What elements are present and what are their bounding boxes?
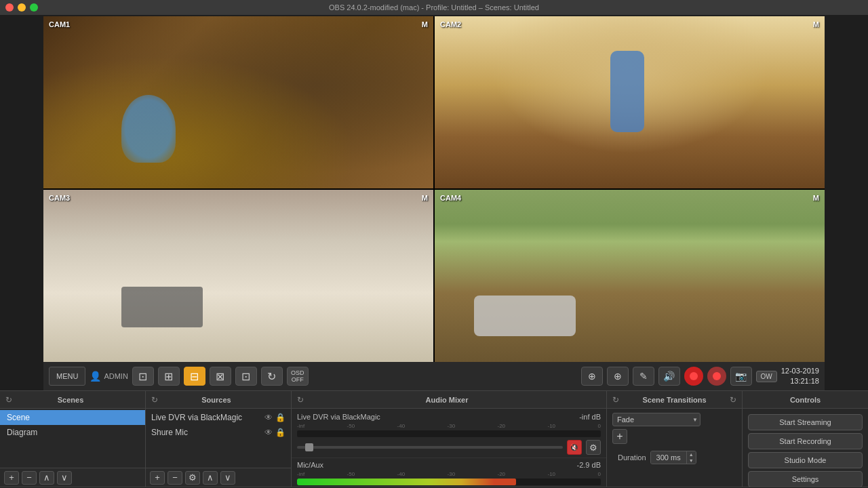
scenes-refresh-icon[interactable]: ↻ <box>5 395 12 405</box>
audio-track-mic-header: Mic/Aux -2.9 dB <box>297 461 601 469</box>
controls-panel: Controls Start Streaming Start Recording… <box>743 391 868 487</box>
duration-label: Duration <box>618 453 646 462</box>
audio-mute-dvr[interactable]: 🔇 <box>567 440 582 455</box>
source-item-mic[interactable]: Shure Mic 👁 🔒 <box>146 425 291 440</box>
source-eye-icon[interactable]: 👁 <box>264 413 273 422</box>
dvr-audio-btn[interactable]: 🔊 <box>658 367 680 386</box>
audio-track-dvr: Live DVR via BlackMagic -inf dB -inf-50-… <box>292 410 606 458</box>
cam1-cell[interactable]: CAM1 M <box>43 16 433 188</box>
audio-refresh-icon[interactable]: ↻ <box>297 395 304 405</box>
settings-button[interactable]: Settings <box>748 471 863 487</box>
scenes-list: Scene Diagram <box>0 409 145 468</box>
osd-off-btn[interactable]: OSDOFF <box>287 367 309 386</box>
scenes-panel-header: ↻ Scenes <box>0 391 145 409</box>
scenes-down-btn[interactable]: ∨ <box>57 471 72 485</box>
audio-meter-dvr <box>297 430 601 437</box>
source-dvr-label: Live DVR via BlackMagic <box>151 413 242 422</box>
start-streaming-button[interactable]: Start Streaming <box>748 414 863 430</box>
scenes-footer: + − ∧ ∨ <box>0 468 145 487</box>
audio-track-mic: Mic/Aux -2.9 dB -inf-50-40-30-20-100 🔇 ⚙ <box>292 458 606 487</box>
cam3-cell[interactable]: CAM3 M <box>43 190 433 362</box>
transitions-settings-icon[interactable]: ↻ <box>730 395 736 405</box>
duration-value: 300 ms <box>651 451 686 464</box>
source-mic-icons: 👁 🔒 <box>264 428 285 437</box>
scenes-remove-btn[interactable]: − <box>22 471 37 485</box>
duration-down-arrow[interactable]: ▼ <box>687 458 696 464</box>
transitions-panel-title: Scene Transitions <box>642 396 706 404</box>
traffic-lights <box>5 3 38 12</box>
audio-panel-title: Audio Mixer <box>426 396 469 404</box>
scenes-panel: ↻ Scenes Scene Diagram + − ∧ ∨ <box>0 391 146 487</box>
source-mic-lock-icon[interactable]: 🔒 <box>275 428 285 437</box>
source-item-dvr[interactable]: Live DVR via BlackMagic 👁 🔒 <box>146 410 291 425</box>
dvr-zoom-btn[interactable]: ⊕ <box>607 367 629 386</box>
transitions-panel-header: ↻ Scene Transitions ↻ <box>607 391 742 409</box>
cam4-m: M <box>813 194 819 202</box>
window-title: OBS 24.0.2-modified (mac) - Profile: Unt… <box>329 3 539 12</box>
duration-row: Duration 300 ms ▲ ▼ <box>612 447 736 468</box>
minimize-button[interactable] <box>18 3 26 12</box>
studio-mode-button[interactable]: Studio Mode <box>748 452 863 468</box>
cam3-label: CAM3 <box>49 194 70 202</box>
fader-track-dvr[interactable] <box>297 446 563 449</box>
maximize-button[interactable] <box>30 3 38 12</box>
audio-panel-header: ↻ Audio Mixer <box>292 391 606 409</box>
dvr-user: 👤 ADMIN <box>90 371 127 382</box>
scenes-add-btn[interactable]: + <box>4 471 19 485</box>
source-mic-eye-icon[interactable]: 👁 <box>264 428 273 437</box>
dvr-controls-right: ⊕ ⊕ ✎ 🔊 📷 OW 12-03-2019 13:21:18 <box>581 366 820 387</box>
dvr-menu-button[interactable]: MENU <box>49 367 85 386</box>
audio-mixer-panel: ↻ Audio Mixer Live DVR via BlackMagic -i… <box>292 391 607 487</box>
cam2-cell[interactable]: CAM2 M <box>435 16 825 188</box>
transition-add-btn[interactable]: + <box>612 429 627 444</box>
start-recording-button[interactable]: Start Recording <box>748 433 863 449</box>
scene-item-diagram[interactable]: Diagram <box>0 425 145 440</box>
duration-stepper[interactable]: 300 ms ▲ ▼ <box>650 451 696 464</box>
controls-panel-title: Controls <box>790 396 821 404</box>
audio-fader-dvr[interactable]: 🔇 ⚙ <box>297 440 601 455</box>
layout-2x2-btn[interactable]: ⊟ <box>184 367 205 386</box>
dvr-edit-btn[interactable]: ✎ <box>633 367 654 386</box>
layout-cycle-btn[interactable]: ↻ <box>261 367 283 386</box>
layout-3x2-btn[interactable]: ⊠ <box>210 367 231 386</box>
sources-add-btn[interactable]: + <box>150 471 165 485</box>
cam4-cell[interactable]: CAM4 M <box>435 190 825 362</box>
sources-list: Live DVR via BlackMagic 👁 🔒 Shure Mic 👁 … <box>146 409 291 468</box>
cam3-m: M <box>422 194 428 202</box>
dvr-record2-dot <box>713 372 721 380</box>
sources-panel: ↻ Sources Live DVR via BlackMagic 👁 🔒 Sh… <box>146 391 292 487</box>
sources-remove-btn[interactable]: − <box>167 471 182 485</box>
source-dvr-icons: 👁 🔒 <box>264 413 285 422</box>
transition-select[interactable]: Fade Cut Swipe Slide Stinger <box>612 413 701 426</box>
sources-up-btn[interactable]: ∧ <box>203 471 218 485</box>
close-button[interactable] <box>5 3 14 12</box>
layout-4x3-btn[interactable]: ⊡ <box>235 367 257 386</box>
scene-transitions-panel: ↻ Scene Transitions ↻ Fade Cut Swipe Sli… <box>607 391 743 487</box>
scene-item-scene[interactable]: Scene <box>0 410 145 425</box>
sources-refresh-icon[interactable]: ↻ <box>151 395 158 405</box>
cam4-label: CAM4 <box>440 194 461 202</box>
source-lock-icon[interactable]: 🔒 <box>275 413 285 422</box>
dvr-record-button[interactable] <box>684 367 703 386</box>
preview-area: CAM1 M CAM2 M CAM3 M CAM4 M <box>43 16 825 362</box>
audio-track-dvr-header: Live DVR via BlackMagic -inf dB <box>297 413 601 421</box>
layout-single-btn[interactable]: ⊡ <box>132 367 154 386</box>
audio-tracks-list: Live DVR via BlackMagic -inf dB -inf-50-… <box>292 409 606 487</box>
dvr-snapshot-btn[interactable]: 📷 <box>730 367 752 386</box>
sources-settings-btn[interactable]: ⚙ <box>185 471 200 485</box>
scenes-up-btn[interactable]: ∧ <box>39 471 54 485</box>
audio-track-mic-db: -2.9 dB <box>577 461 601 469</box>
transitions-refresh-icon[interactable]: ↻ <box>612 395 619 405</box>
dvr-record2-button[interactable] <box>707 367 726 386</box>
titlebar: OBS 24.0.2-modified (mac) - Profile: Unt… <box>0 0 868 15</box>
audio-ticks-mic: -inf-50-40-30-20-100 <box>297 471 601 477</box>
duration-up-arrow[interactable]: ▲ <box>687 451 696 458</box>
audio-track-dvr-db: -inf dB <box>579 413 601 421</box>
fader-knob-dvr[interactable] <box>305 443 313 451</box>
layout-2x1-btn[interactable]: ⊞ <box>158 367 180 386</box>
transition-select-wrapper: Fade Cut Swipe Slide Stinger <box>612 413 701 426</box>
sources-down-btn[interactable]: ∨ <box>220 471 235 485</box>
cam2-label: CAM2 <box>440 20 461 28</box>
dvr-ptz-btn[interactable]: ⊕ <box>581 367 603 386</box>
audio-settings-dvr[interactable]: ⚙ <box>586 440 601 455</box>
